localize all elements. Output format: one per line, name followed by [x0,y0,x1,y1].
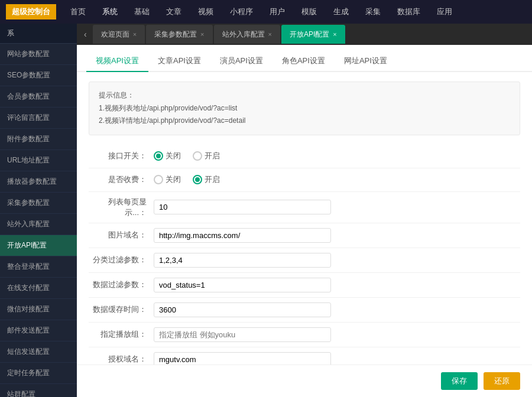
form-input[interactable] [154,302,331,317]
sidebar-item[interactable]: 站外入库配置 [0,214,77,235]
bottom-bar: 保存 还原 [77,365,532,397]
sidebar-items: 网站参数配置SEO参数配置会员参数配置评论留言配置附件参数配置URL地址配置播放… [0,44,77,397]
sidebar-item[interactable]: 邮件发送配置 [0,320,77,341]
brand-logo: 超级控制台 [6,4,56,19]
sidebar-item[interactable]: SEO参数配置 [0,65,77,86]
sidebar-item[interactable]: URL地址配置 [0,150,77,171]
form-input[interactable] [154,228,331,243]
sidebar-item[interactable]: 评论留言配置 [0,108,77,129]
form-input[interactable] [154,327,331,342]
sidebar-item[interactable]: 采集参数配置 [0,193,77,214]
form-fields: 接口开关：关闭开启是否收费：关闭开启列表每页显示...：图片域名：分类过滤参数：… [89,145,520,365]
radio-label: 开启 [205,151,220,161]
tab-item[interactable]: 站外入库配置× [214,25,280,44]
sub-tab[interactable]: 文章API设置 [148,51,210,72]
radio-item[interactable]: 开启 [193,151,220,161]
sidebar-item[interactable]: 会员参数配置 [0,86,77,108]
sub-tab[interactable]: 视频API设置 [86,51,148,72]
form-value [154,302,520,317]
form-label: 是否收费： [89,174,154,185]
form-label: 列表每页显示...： [89,197,154,218]
radio-item[interactable]: 关闭 [154,174,181,185]
form-row: 数据缓存时间： [89,298,520,323]
nav-item[interactable]: 首页 [62,0,94,24]
form-input[interactable] [154,200,331,214]
radio-circle [154,175,163,184]
nav-item[interactable]: 用户 [261,0,293,24]
radio-group: 关闭开启 [154,151,520,161]
radio-item[interactable]: 开启 [193,174,220,185]
sidebar: 系 网站参数配置SEO参数配置会员参数配置评论留言配置附件参数配置URL地址配置… [0,24,77,397]
sub-tab[interactable]: 演员API设置 [210,51,273,72]
sidebar-title: 系 [0,24,77,44]
main-content: ‹ 欢迎页面×采集参数配置×站外入库配置×开放API配置× 视频API设置文章A… [77,24,532,397]
reset-button[interactable]: 还原 [484,372,520,390]
nav-item[interactable]: 视频 [190,0,222,24]
form-value: 关闭开启 [154,151,520,161]
sub-tab[interactable]: 网址API设置 [335,51,397,72]
sidebar-item[interactable]: 整合登录配置 [0,256,77,278]
nav-item[interactable]: 采集 [357,0,389,24]
form-value [154,200,520,214]
sidebar-item[interactable]: 播放器参数配置 [0,171,77,193]
form-row: 接口开关：关闭开启 [89,145,520,168]
nav-item[interactable]: 基础 [126,0,158,24]
nav-item[interactable]: 文章 [158,0,190,24]
radio-label: 开启 [205,174,220,185]
form-row: 是否收费：关闭开启 [89,168,520,192]
back-button[interactable]: ‹ [79,30,92,39]
form-row: 列表每页显示...： [89,192,520,223]
sidebar-item[interactable]: 开放API配置 [0,235,77,256]
radio-item[interactable]: 关闭 [154,151,181,161]
sidebar-item[interactable]: 微信对接配置 [0,299,77,320]
radio-group: 关闭开启 [154,174,520,185]
form-value [154,327,520,342]
sidebar-item[interactable]: 附件参数配置 [0,129,77,150]
info-title: 提示信息： [99,89,510,102]
nav-item[interactable]: 应用 [429,0,460,24]
tab-item[interactable]: 采集参数配置× [146,25,212,44]
tab-item[interactable]: 开放API配置× [281,25,345,44]
form-row: 图片域名： [89,223,520,248]
nav-item[interactable]: 数据库 [389,0,429,24]
form-value [154,228,520,243]
sidebar-item[interactable]: 短信发送配置 [0,341,77,363]
form-input[interactable] [154,278,331,292]
sub-tabs: 视频API设置文章API设置演员API设置角色API设置网址API设置 [77,45,532,72]
tab-close-icon[interactable]: × [133,31,137,38]
info-box: 提示信息： 1.视频列表地址/api.php/provide/vod/?ac=l… [89,82,520,135]
nav-item[interactable]: 系统 [94,0,126,24]
sidebar-item[interactable]: 网站参数配置 [0,44,77,65]
form-label: 接口开关： [89,151,154,161]
form-value [154,253,520,268]
sidebar-item[interactable]: 在线支付配置 [0,278,77,299]
nav-item[interactable]: 模版 [293,0,325,24]
sidebar-item[interactable]: 定时任务配置 [0,363,77,384]
info-line: 2.视频详情地址/api.php/provide/vod/?ac=detail [99,115,510,128]
info-line: 1.视频列表地址/api.php/provide/vod/?ac=list [99,102,510,115]
content-area: 视频API设置文章API设置演员API设置角色API设置网址API设置 提示信息… [77,45,532,365]
nav-item[interactable]: 小程序 [222,0,261,24]
tab-close-icon[interactable]: × [268,31,272,38]
form-row: 分类过滤参数： [89,248,520,273]
tab-item[interactable]: 欢迎页面× [93,25,145,44]
tab-items: 欢迎页面×采集参数配置×站外入库配置×开放API配置× [93,25,345,44]
tab-close-icon[interactable]: × [333,31,336,38]
nav-item[interactable]: 生成 [325,0,357,24]
nav-items: 首页系统基础文章视频小程序用户模版生成采集数据库应用 [62,0,460,24]
tab-close-icon[interactable]: × [200,31,204,38]
sidebar-item[interactable]: 站群配置 [0,384,77,397]
form-row: 指定播放组： [89,323,520,347]
sub-tab[interactable]: 角色API设置 [273,51,335,72]
form-value [154,352,520,365]
form-input[interactable] [154,352,331,365]
form-label: 指定播放组： [89,329,154,340]
radio-circle [193,175,202,184]
save-button[interactable]: 保存 [441,372,478,390]
form-label: 分类过滤参数： [89,255,154,265]
form-value [154,278,520,292]
form-input[interactable] [154,253,331,268]
form-area: 提示信息： 1.视频列表地址/api.php/provide/vod/?ac=l… [77,72,532,365]
radio-label: 关闭 [166,174,181,185]
form-label: 图片域名： [89,230,154,240]
